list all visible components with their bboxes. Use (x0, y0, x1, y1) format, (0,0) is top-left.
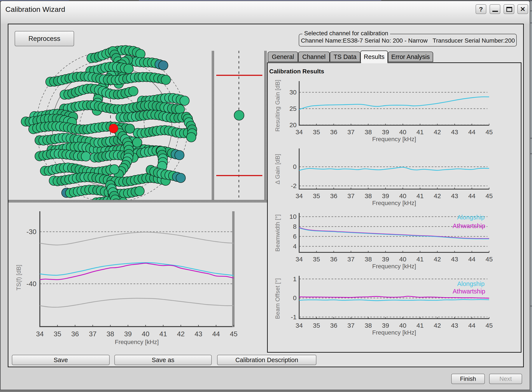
svg-text:Frequency [kHz]: Frequency [kHz] (115, 339, 159, 345)
svg-text:36: 36 (330, 256, 337, 263)
svg-text:36: 36 (71, 330, 79, 338)
svg-text:39: 39 (124, 330, 132, 338)
svg-text:45: 45 (230, 330, 238, 338)
svg-text:45: 45 (485, 322, 493, 329)
svg-text:36: 36 (330, 192, 337, 200)
svg-text:10: 10 (290, 213, 297, 220)
svg-text:38: 38 (107, 330, 114, 338)
svg-text:Beamwidth [°]: Beamwidth [°] (274, 214, 281, 252)
svg-text:Frequency [kHz]: Frequency [kHz] (372, 263, 416, 270)
svg-text:Δ Gain [dB]: Δ Gain [dB] (274, 154, 281, 184)
svg-text:41: 41 (417, 192, 424, 200)
svg-text:41: 41 (417, 128, 424, 135)
svg-text:Calibration Results: Calibration Results (269, 68, 324, 75)
svg-text:36: 36 (330, 322, 337, 329)
svg-text:43: 43 (451, 322, 458, 329)
svg-text:25: 25 (290, 105, 297, 112)
svg-text:41: 41 (417, 256, 424, 263)
svg-text:Athwartship: Athwartship (452, 223, 485, 229)
svg-text:-2: -2 (291, 182, 297, 189)
svg-text:45: 45 (485, 256, 493, 263)
svg-text:43: 43 (451, 192, 458, 200)
svg-text:Alongship: Alongship (457, 214, 484, 221)
svg-text:44: 44 (468, 256, 475, 263)
svg-text:Beam Offset [°]: Beam Offset [°] (274, 278, 281, 319)
svg-text:37: 37 (347, 322, 355, 329)
svg-text:37: 37 (347, 192, 355, 200)
svg-text:40: 40 (399, 128, 406, 135)
svg-text:39: 39 (382, 128, 389, 135)
svg-text:Frequency [kHz]: Frequency [kHz] (372, 329, 416, 336)
svg-text:-40: -40 (27, 280, 36, 288)
svg-text:42: 42 (434, 192, 441, 200)
svg-text:35: 35 (54, 330, 61, 338)
svg-text:37: 37 (347, 256, 355, 263)
svg-text:39: 39 (382, 192, 389, 200)
svg-text:45: 45 (485, 128, 493, 135)
svg-text:34: 34 (295, 322, 303, 329)
svg-text:1: 1 (293, 275, 297, 282)
svg-text:43: 43 (451, 128, 458, 135)
svg-text:44: 44 (212, 330, 220, 338)
svg-text:40: 40 (142, 330, 149, 338)
svg-text:34: 34 (295, 256, 303, 263)
svg-text:42: 42 (177, 330, 185, 338)
svg-text:44: 44 (468, 322, 475, 329)
svg-text:35: 35 (313, 256, 320, 263)
svg-text:44: 44 (468, 192, 475, 200)
svg-text:39: 39 (382, 322, 389, 329)
svg-text:Athwartship: Athwartship (452, 288, 485, 295)
svg-text:40: 40 (399, 256, 406, 263)
svg-text:42: 42 (434, 256, 441, 263)
svg-text:0: 0 (293, 163, 297, 170)
svg-text:38: 38 (365, 322, 372, 329)
svg-text:36: 36 (330, 128, 337, 135)
svg-text:38: 38 (365, 128, 372, 135)
svg-text:30: 30 (290, 89, 297, 96)
svg-text:Resulting Gain [dB]: Resulting Gain [dB] (274, 79, 281, 131)
svg-text:43: 43 (451, 256, 458, 263)
svg-text:41: 41 (417, 322, 424, 329)
svg-text:37: 37 (347, 128, 355, 135)
svg-text:8: 8 (293, 223, 297, 230)
svg-text:Alongship: Alongship (457, 280, 484, 287)
svg-text:40: 40 (399, 322, 406, 329)
svg-text:40: 40 (399, 192, 406, 200)
svg-text:43: 43 (195, 330, 202, 338)
svg-text:44: 44 (468, 128, 475, 135)
svg-text:0: 0 (293, 294, 297, 301)
svg-text:34: 34 (36, 330, 44, 338)
svg-text:-1: -1 (291, 313, 297, 321)
svg-text:38: 38 (365, 192, 372, 200)
svg-text:37: 37 (89, 330, 97, 338)
svg-text:20: 20 (290, 121, 297, 128)
svg-text:34: 34 (295, 192, 303, 200)
svg-text:35: 35 (313, 128, 320, 135)
svg-text:TS(f) [dB]: TS(f) [dB] (15, 265, 22, 290)
svg-text:34: 34 (295, 128, 303, 135)
svg-text:42: 42 (434, 322, 441, 329)
svg-text:41: 41 (159, 330, 167, 338)
svg-text:Frequency [kHz]: Frequency [kHz] (372, 136, 416, 142)
svg-text:39: 39 (382, 256, 389, 263)
svg-text:45: 45 (485, 192, 493, 200)
svg-text:Frequency [kHz]: Frequency [kHz] (372, 200, 416, 206)
svg-text:6: 6 (293, 233, 297, 240)
svg-text:4: 4 (293, 243, 297, 250)
svg-text:35: 35 (313, 322, 320, 329)
svg-text:38: 38 (365, 256, 372, 263)
svg-text:35: 35 (313, 192, 320, 200)
svg-text:42: 42 (434, 128, 441, 135)
svg-text:-30: -30 (27, 228, 36, 236)
